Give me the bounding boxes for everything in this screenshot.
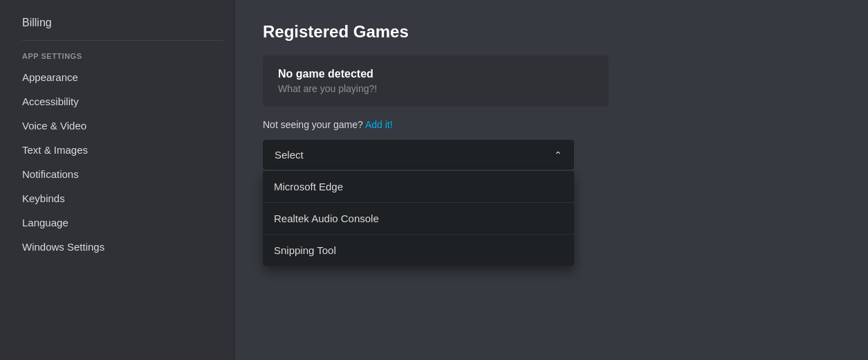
sidebar-item-voice-video[interactable]: Voice & Video: [14, 114, 234, 137]
sidebar-item-text-images[interactable]: Text & Images: [14, 138, 234, 161]
page-title: Registered Games: [263, 22, 840, 42]
sidebar-item-accessibility[interactable]: Accessibility: [14, 90, 234, 113]
sidebar-item-language[interactable]: Language: [14, 211, 234, 234]
sidebar: Billing APP SETTINGS Appearance Accessib…: [0, 0, 235, 360]
sidebar-item-appearance[interactable]: Appearance: [14, 66, 234, 89]
sidebar-section-header: APP SETTINGS: [14, 46, 234, 63]
add-it-link[interactable]: Add it!: [365, 119, 393, 130]
sidebar-item-billing[interactable]: Billing: [14, 11, 234, 35]
not-seeing-text: Not seeing your game? Add it!: [263, 119, 840, 130]
chevron-up-icon: ⌃: [554, 150, 562, 161]
no-game-card: No game detected What are you playing?!: [263, 55, 609, 107]
dropdown-option-microsoft-edge[interactable]: Microsoft Edge: [263, 171, 574, 203]
dropdown-select[interactable]: Select ⌃: [263, 140, 574, 170]
no-game-subtitle: What are you playing?!: [278, 83, 593, 94]
dropdown-option-snipping-tool[interactable]: Snipping Tool: [263, 235, 574, 266]
dropdown-options-list: Microsoft Edge Realtek Audio Console Sni…: [263, 171, 574, 266]
dropdown-container: Select ⌃ Microsoft Edge Realtek Audio Co…: [263, 140, 574, 266]
sidebar-item-keybinds[interactable]: Keybinds: [14, 187, 234, 210]
not-seeing-label: Not seeing your game?: [263, 119, 363, 130]
sidebar-item-notifications[interactable]: Notifications: [14, 163, 234, 186]
sidebar-divider: [22, 40, 223, 41]
no-game-title: No game detected: [278, 68, 593, 80]
sidebar-item-windows-settings[interactable]: Windows Settings: [14, 235, 234, 258]
main-content: Registered Games No game detected What a…: [235, 0, 868, 360]
dropdown-option-realtek-audio[interactable]: Realtek Audio Console: [263, 203, 574, 235]
dropdown-placeholder-text: Select: [275, 149, 304, 161]
